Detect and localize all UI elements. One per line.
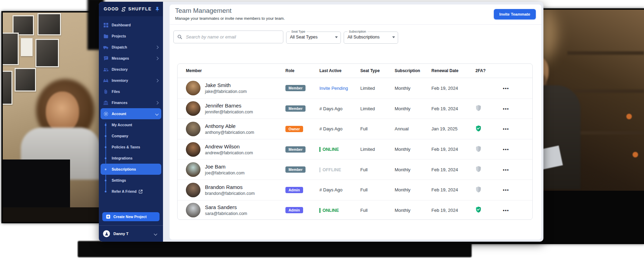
- row-actions-button[interactable]: •••: [503, 167, 509, 172]
- sidebar-subitem-refer-a-friend[interactable]: Refer A Friend: [99, 186, 163, 197]
- role-badge: Admin: [285, 187, 303, 193]
- sidebar-item-files[interactable]: Files: [99, 86, 163, 97]
- page-header: Team Management Manage your teammates or…: [170, 5, 541, 25]
- col-subscription: Subscription: [395, 68, 431, 73]
- table-row-anthony-able[interactable]: Anthony Able anthony@fabrication.com Own…: [178, 119, 532, 139]
- chevron-right-icon: [155, 79, 159, 82]
- member-email: anthony@fabrication.com: [205, 130, 254, 135]
- row-actions-button[interactable]: •••: [503, 126, 509, 131]
- sidebar-item-dashboard[interactable]: Dashboard: [99, 19, 163, 31]
- renewal-date-value: Feb 19, 2024: [431, 86, 475, 91]
- sidebar-subitem-subscriptions[interactable]: Subscriptions: [101, 164, 161, 175]
- orange-latch: [626, 114, 632, 119]
- chevron-right-icon: [155, 45, 159, 49]
- search-icon: [177, 34, 182, 40]
- role-badge: Member: [285, 146, 306, 153]
- sidebar-item-label: Dispatch: [112, 45, 127, 49]
- twofa-shield-icon: [475, 125, 481, 132]
- bullet-dot-icon: [105, 146, 106, 148]
- grid-icon: [103, 22, 109, 28]
- wall-photo: [15, 68, 36, 92]
- seat-type-value: Limited: [360, 147, 395, 152]
- subscription-value: Annual: [395, 126, 431, 131]
- table-row-brandon-ramos[interactable]: Brandon Ramos brandon@fabrication.com Ad…: [178, 180, 532, 200]
- people-icon: [103, 67, 109, 72]
- subscription-value: Monthly: [395, 208, 431, 213]
- renewal-date-value: Feb 19, 2024: [431, 106, 475, 111]
- row-actions-button[interactable]: •••: [503, 86, 509, 91]
- logo-word-good: GOOD: [104, 7, 119, 11]
- member-name: Jake Smith: [205, 82, 247, 88]
- bullet-dot-icon: [105, 157, 106, 159]
- table-header-row: Member Role Last Active Seat Type Subscr…: [178, 64, 532, 78]
- member-avatar: [186, 101, 200, 116]
- sidebar-subitem-integrations[interactable]: Integrations: [99, 153, 163, 164]
- goodshuffle-logo: GOOD SHUFFLE: [104, 6, 152, 12]
- invite-teammate-button[interactable]: Invite Teammate: [494, 9, 536, 19]
- shelf: [574, 89, 644, 93]
- twofa-shield-icon: [475, 186, 481, 193]
- twofa-shield-icon: [475, 146, 481, 152]
- sidebar-subitem-settings[interactable]: Settings: [99, 175, 163, 186]
- pin-icon[interactable]: [155, 7, 160, 12]
- bullet-dot-icon: [105, 124, 106, 126]
- sidebar-item-account[interactable]: Account: [101, 108, 161, 119]
- bullet-dot-icon: [105, 135, 106, 137]
- gear-icon: [103, 111, 109, 116]
- wall-photo: [3, 33, 19, 65]
- create-new-project-button[interactable]: Create New Project: [102, 212, 160, 221]
- wall-photo: [35, 39, 59, 67]
- sidebar-item-finances[interactable]: Finances: [99, 97, 163, 108]
- renewal-date-value: Feb 19, 2024: [431, 208, 475, 213]
- seat-type-value: Full: [360, 187, 395, 192]
- person-face: [46, 92, 79, 132]
- table-row-joe-bam[interactable]: Joe Bam joe@fabrication.com Member OFFLI…: [178, 159, 532, 180]
- member-name: Brandon Ramos: [205, 184, 255, 190]
- folder-icon: [103, 33, 109, 39]
- sidebar-subitem-company[interactable]: Company: [99, 130, 163, 141]
- sidebar-item-projects[interactable]: Projects: [99, 31, 163, 42]
- desk: [3, 207, 100, 222]
- sidebar-item-label: Projects: [112, 34, 126, 38]
- row-actions-button[interactable]: •••: [503, 106, 509, 111]
- wall-note: [21, 38, 33, 56]
- sidebar-item-dispatch[interactable]: Dispatch: [99, 42, 163, 53]
- chat-icon: [103, 55, 109, 61]
- bullet-dot-icon: [105, 169, 106, 170]
- sidebar-nav: Dashboard Projects Dispatch Messages Dir…: [99, 16, 163, 119]
- user-name: Danny T: [113, 232, 128, 236]
- search-input[interactable]: [185, 34, 280, 40]
- sidebar-item-directory[interactable]: Directory: [99, 64, 163, 75]
- last-active-status: # Days Ago: [319, 106, 343, 111]
- table-row-jake-smith[interactable]: Jake Smith jake@fabrication.com Member I…: [178, 78, 532, 98]
- table-row-andrew-wilson[interactable]: Andrew Wilson andrew@fabrication.com Mem…: [178, 139, 532, 159]
- subscription-value: Monthly: [395, 106, 431, 111]
- last-active-status[interactable]: Invite Pending: [319, 86, 348, 91]
- member-avatar: [186, 162, 200, 177]
- account-subnav: My Account Company Policies & Taxes Inte…: [99, 119, 163, 197]
- sidebar-item-messages[interactable]: Messages: [99, 53, 163, 64]
- sidebar-item-inventory[interactable]: Inventory: [99, 75, 163, 86]
- member-email: jennifer@fabrication.com: [205, 110, 253, 114]
- seat-type-select[interactable]: Seat Type All Seat Types: [286, 30, 341, 44]
- role-badge: Owner: [285, 126, 303, 132]
- subscription-value: Monthly: [395, 187, 431, 192]
- subscription-select[interactable]: Subscription All Subscriptions: [344, 30, 398, 44]
- member-avatar: [186, 142, 200, 157]
- table-row-jennifer-barnes[interactable]: Jennifer Barnes jennifer@fabrication.com…: [178, 98, 532, 119]
- page-title: Team Management: [175, 7, 232, 15]
- subscription-value: Monthly: [395, 147, 431, 152]
- row-actions-button[interactable]: •••: [503, 187, 509, 192]
- user-menu[interactable]: Danny T: [99, 225, 163, 242]
- user-avatar-icon: [103, 230, 110, 237]
- table-row-sara-sanders[interactable]: Sara Sanders sara@fabrication.com Admin …: [178, 200, 532, 220]
- sidebar-subitem-policies-taxes[interactable]: Policies & Taxes: [99, 141, 163, 153]
- row-actions-button[interactable]: •••: [503, 147, 509, 152]
- sidebar-item-label: Directory: [112, 67, 128, 71]
- sidebar-subitem-my-account[interactable]: My Account: [99, 119, 163, 130]
- last-active-status: ONLINE: [319, 147, 339, 152]
- sidebar-subitem-label: Company: [112, 134, 128, 138]
- renewal-date-value: Feb 19, 2024: [431, 187, 475, 192]
- shelf: [567, 51, 644, 55]
- row-actions-button[interactable]: •••: [503, 208, 509, 213]
